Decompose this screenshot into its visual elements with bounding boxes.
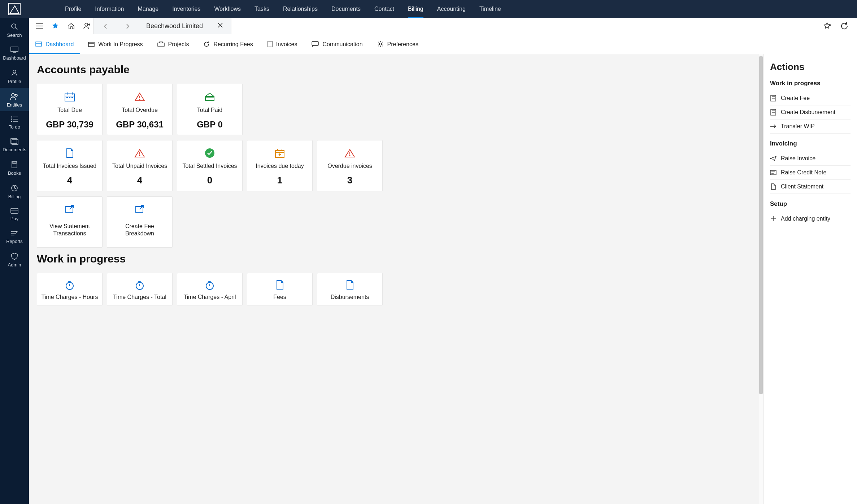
nav-forward-button[interactable]	[124, 22, 132, 30]
sidebar-item-entities[interactable]: Entities	[0, 88, 29, 111]
entity-title: Beechwood Limited	[146, 22, 203, 30]
action-label: Client Statement	[781, 183, 823, 190]
page-icon	[66, 148, 74, 158]
sidebar-item-books[interactable]: Books	[0, 156, 29, 179]
topnav-tasks[interactable]: Tasks	[255, 0, 269, 18]
warning-icon	[134, 92, 145, 101]
topnav-timeline[interactable]: Timeline	[479, 0, 501, 18]
action-create-fee[interactable]: Create Fee	[770, 91, 851, 105]
home-icon[interactable]	[67, 22, 75, 30]
subtab-dashboard[interactable]: Dashboard	[35, 34, 74, 54]
action-label: Raise Invoice	[781, 155, 815, 162]
app-logo[interactable]	[0, 0, 29, 18]
svg-rect-86	[770, 170, 776, 175]
card-time-total[interactable]: Time Charges - Total	[107, 273, 173, 305]
actions-panel: Actions Work in progress Create Fee Crea…	[763, 54, 857, 504]
topnav-inventories[interactable]: Inventories	[172, 0, 200, 18]
sidebar-item-pay[interactable]: Pay	[0, 203, 29, 225]
card-title: Create Fee Breakdown	[110, 223, 169, 237]
sidebar-item-profile[interactable]: Profile	[0, 64, 29, 88]
card-value: 4	[67, 175, 72, 186]
card-invoices-issued[interactable]: Total Invoices Issued 4	[37, 140, 103, 191]
monitor-icon	[10, 47, 18, 53]
topnav-documents[interactable]: Documents	[331, 0, 361, 18]
sidebar-item-search[interactable]: Search	[0, 18, 29, 42]
card-total-paid[interactable]: Total Paid GBP 0	[177, 84, 243, 135]
action-raise-invoice[interactable]: Raise Invoice	[770, 152, 851, 166]
card-settled-invoices[interactable]: Total Settled Invoices 0	[177, 140, 243, 191]
card-title: Invoices due today	[256, 162, 304, 170]
svg-point-57	[139, 155, 140, 156]
topnav-workflows[interactable]: Workflows	[214, 0, 241, 18]
card-total-overdue[interactable]: Total Overdue GBP 30,631	[107, 84, 173, 135]
topnav-billing[interactable]: Billing	[408, 0, 423, 18]
sidebar-item-documents[interactable]: Documents	[0, 133, 29, 156]
page-icon	[770, 183, 776, 190]
card-disbursements[interactable]: Disbursements	[317, 273, 383, 305]
subtab-label: Recurring Fees	[213, 34, 253, 54]
arrow-right-icon	[770, 123, 776, 130]
action-raise-credit-note[interactable]: Raise Credit Note	[770, 166, 851, 180]
svg-rect-50	[69, 97, 70, 98]
sidebar-label: Books	[8, 170, 21, 176]
action-transfer-wip[interactable]: Transfer WIP	[770, 120, 851, 134]
sidebar-item-reports[interactable]: Reports	[0, 225, 29, 248]
subtab-invoices[interactable]: Invoices	[267, 34, 297, 54]
sidebar-item-todo[interactable]: To do	[0, 111, 29, 133]
clock-icon	[11, 184, 18, 192]
subtab-wip[interactable]: Work In Progress	[88, 34, 143, 54]
action-create-disbursement[interactable]: Create Disbursement	[770, 105, 851, 120]
card-time-hours[interactable]: Time Charges - Hours	[37, 273, 103, 305]
star-icon[interactable]	[51, 22, 59, 30]
page-icon	[346, 280, 354, 290]
card-invoices-due-today[interactable]: Invoices due today 1	[247, 140, 313, 191]
card-title: Total Due	[57, 107, 82, 114]
topnav-relationships[interactable]: Relationships	[283, 0, 318, 18]
left-sidebar: Search Dashboard Profile Entities To do …	[0, 18, 29, 504]
topnav-manage[interactable]: Manage	[138, 0, 158, 18]
sidebar-label: Reports	[6, 239, 23, 244]
sidebar-item-admin[interactable]: Admin	[0, 248, 29, 271]
action-label: Create Fee	[781, 95, 810, 101]
card-overdue-invoices[interactable]: Overdue invoices 3	[317, 140, 383, 191]
topnav-information[interactable]: Information	[95, 0, 124, 18]
card-fees[interactable]: Fees	[247, 273, 313, 305]
sub-tabs: Dashboard Work In Progress Projects Recu…	[29, 34, 857, 54]
sidebar-item-billing[interactable]: Billing	[0, 179, 29, 203]
card-value: 0	[207, 175, 212, 186]
card-create-fee-breakdown[interactable]: Create Fee Breakdown	[107, 196, 173, 248]
card-view-statement[interactable]: View Statement Transactions	[37, 196, 103, 248]
sidebar-label: Billing	[8, 194, 21, 199]
card-unpaid-invoices[interactable]: Total Unpaid Invoices 4	[107, 140, 173, 191]
add-person-icon[interactable]	[83, 22, 91, 30]
nav-back-button[interactable]	[101, 22, 109, 30]
recurring-icon	[203, 41, 210, 47]
action-label: Raise Credit Note	[781, 169, 826, 176]
card-time-april[interactable]: Time Charges - April	[177, 273, 243, 305]
svg-point-53	[139, 99, 140, 100]
topnav-contact[interactable]: Contact	[374, 0, 394, 18]
sidebar-label: Documents	[3, 147, 26, 152]
sidebar-item-dashboard[interactable]: Dashboard	[0, 42, 29, 64]
subtab-projects[interactable]: Projects	[157, 34, 189, 54]
subtab-recurring[interactable]: Recurring Fees	[203, 34, 253, 54]
svg-line-20	[14, 188, 16, 189]
scrollbar-thumb[interactable]	[759, 56, 763, 394]
action-client-statement[interactable]: Client Statement	[770, 180, 851, 194]
card-total-due[interactable]: Total Due GBP 30,739	[37, 84, 103, 135]
subtab-communication[interactable]: Communication	[312, 34, 362, 54]
menu-icon[interactable]	[35, 22, 43, 30]
note-icon	[770, 169, 776, 176]
close-tab-icon[interactable]	[217, 22, 223, 30]
refresh-icon[interactable]	[840, 22, 848, 30]
topnav-profile[interactable]: Profile	[65, 0, 81, 18]
scrollbar[interactable]	[759, 54, 763, 504]
svg-point-29	[85, 23, 88, 26]
action-add-charging-entity[interactable]: Add charging entity	[770, 212, 851, 226]
card-title: Total Settled Invoices	[182, 162, 237, 170]
people-icon	[10, 93, 19, 100]
favorites-icon[interactable]	[823, 22, 831, 30]
subtab-preferences[interactable]: Preferences	[377, 34, 418, 54]
topnav-accounting[interactable]: Accounting	[437, 0, 466, 18]
warning-icon	[344, 148, 355, 158]
